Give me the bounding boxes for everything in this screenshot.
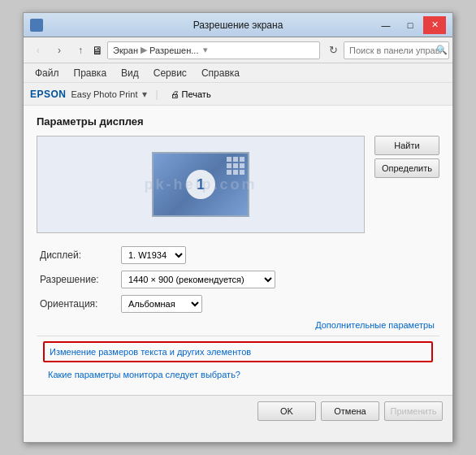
up-button[interactable]: ↑ [71, 41, 90, 60]
text-size-link[interactable]: Изменение размеров текста и других элеме… [50, 347, 251, 357]
print-button[interactable]: 🖨 Печать [167, 88, 215, 101]
detect-button[interactable]: Определить [374, 158, 439, 178]
divider [37, 336, 439, 336]
back-button[interactable]: ‹ [28, 41, 48, 60]
find-button[interactable]: Найти [374, 136, 439, 155]
advanced-link[interactable]: Дополнительные параметры [315, 320, 435, 330]
print-icon: 🖨 [171, 89, 180, 99]
maximize-button[interactable]: □ [399, 16, 422, 34]
window-title: Разрешение экрана [193, 20, 283, 31]
monitor-display: 1 pk-help.com [37, 136, 365, 233]
menu-file[interactable]: Файл [28, 66, 66, 80]
title-bar-controls: — □ ✕ [374, 16, 446, 34]
breadcrumb: Экран ▶ Разрешен... ▾ [107, 41, 320, 59]
monitor-grid [227, 157, 244, 175]
orientation-select[interactable]: Альбомная [121, 295, 202, 313]
breadcrumb-separator: ▶ [141, 45, 147, 55]
monitor-buttons: Найти Определить [374, 136, 439, 178]
menu-help[interactable]: Справка [195, 66, 246, 80]
bottom-bar: OK Отмена Применить [24, 395, 452, 426]
print-label: Печать [182, 89, 211, 99]
monitor-graphic: 1 [152, 152, 249, 217]
app-dropdown-icon[interactable]: ▾ [142, 89, 147, 100]
app-bar: EPSON Easy Photo Print ▾ | 🖨 Печать [24, 83, 452, 106]
apply-button[interactable]: Применить [384, 401, 443, 421]
title-bar: Разрешение экрана — □ ✕ [24, 13, 452, 37]
highlight-link-row: Изменение размеров текста и других элеме… [43, 341, 433, 362]
monitor-guide-link[interactable]: Какие параметры монитора следует выбрать… [48, 370, 240, 379]
main-content: Параметры дисплея 1 pk-help.com Найти Оп… [24, 106, 452, 395]
orientation-field-row: Ориентация: Альбомная [37, 295, 439, 313]
app-name: Easy Photo Print [71, 89, 138, 99]
menu-edit[interactable]: Правка [67, 66, 114, 80]
menu-view[interactable]: Вид [115, 66, 145, 80]
monitor-number: 1 [186, 170, 215, 199]
plain-link-row: Какие параметры монитора следует выбрать… [43, 367, 433, 382]
nav-bar: ‹ › ↑ 🖥 Экран ▶ Разрешен... ▾ ↻ 🔍 [24, 37, 452, 63]
breadcrumb-part2: Разрешен... [149, 46, 198, 55]
display-select[interactable]: 1. W1934 [121, 246, 186, 264]
resolution-select[interactable]: 1440 × 900 (рекомендуется) [121, 271, 275, 288]
resolution-label: Разрешение: [40, 274, 121, 285]
app-bar-separator: | [155, 89, 158, 100]
breadcrumb-part1: Экран [113, 46, 138, 55]
nav-icon: 🖥 [92, 44, 103, 57]
resolution-field-row: Разрешение: 1440 × 900 (рекомендуется) [37, 271, 439, 288]
search-input[interactable] [344, 41, 449, 59]
close-button[interactable]: ✕ [423, 16, 446, 34]
forward-button[interactable]: › [50, 41, 69, 60]
cancel-button[interactable]: Отмена [321, 401, 379, 421]
orientation-label: Ориентация: [40, 298, 121, 310]
monitor-area: 1 pk-help.com Найти Определить [37, 136, 439, 233]
menu-service[interactable]: Сервис [147, 66, 193, 80]
display-label: Дисплей: [40, 249, 121, 261]
section-title: Параметры дисплея [37, 115, 439, 128]
advanced-link-row: Дополнительные параметры [37, 319, 439, 331]
menu-bar: Файл Правка Вид Сервис Справка [24, 63, 452, 83]
breadcrumb-dropdown-icon[interactable]: ▾ [203, 45, 208, 55]
window-icon [30, 19, 43, 32]
ok-button[interactable]: OK [257, 401, 316, 421]
search-icon: 🔍 [436, 45, 448, 55]
refresh-button[interactable]: ↻ [324, 41, 342, 59]
main-window: Разрешение экрана — □ ✕ ‹ › ↑ 🖥 Экран ▶ … [23, 12, 453, 443]
epson-logo: EPSON [30, 89, 67, 100]
minimize-button[interactable]: — [374, 16, 397, 34]
display-field-row: Дисплей: 1. W1934 [37, 246, 439, 264]
